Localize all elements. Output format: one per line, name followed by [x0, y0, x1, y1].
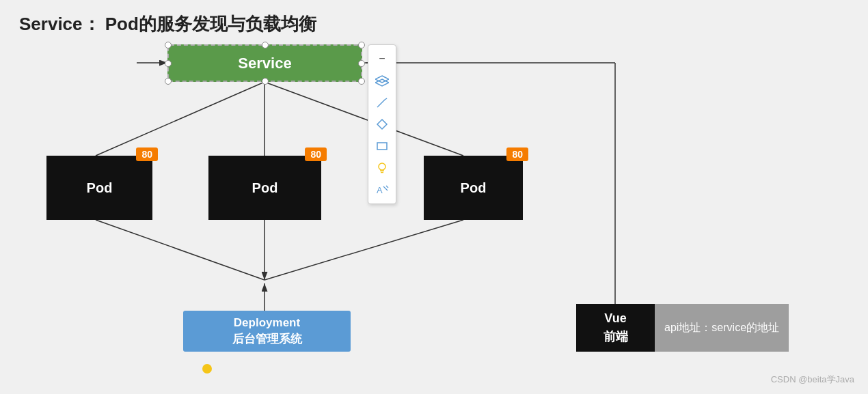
toolbar-text[interactable]: A: [370, 179, 394, 201]
pod-2: 80 Pod: [208, 156, 321, 220]
svg-line-16: [378, 100, 385, 107]
svg-line-18: [377, 107, 378, 107]
svg-line-17: [385, 98, 387, 100]
pod-3: 80 Pod: [424, 156, 523, 220]
cursor-dot: [202, 364, 212, 374]
pod-1-port: 80: [136, 147, 158, 161]
svg-point-21: [379, 163, 385, 170]
handle-bl[interactable]: [165, 78, 172, 85]
svg-line-0: [96, 82, 265, 156]
svg-rect-20: [377, 143, 387, 150]
svg-text:A: A: [377, 185, 383, 195]
toolbar-pen[interactable]: [370, 92, 394, 113]
handle-br[interactable]: [358, 78, 365, 85]
pod-3-label: Pod: [461, 180, 487, 196]
toolbar: − A: [368, 44, 396, 204]
pod-2-port: 80: [305, 147, 327, 161]
svg-line-3: [96, 220, 265, 280]
handle-tl[interactable]: [165, 42, 172, 48]
service-node[interactable]: Service: [167, 44, 362, 82]
deployment-line2: 后台管理系统: [190, 331, 344, 348]
svg-line-26: [386, 186, 388, 188]
pod-2-label: Pod: [252, 180, 278, 196]
svg-marker-19: [377, 119, 387, 129]
pod-3-port: 80: [506, 147, 528, 161]
toolbar-rect[interactable]: [370, 135, 394, 157]
toolbar-layers[interactable]: [370, 70, 394, 92]
watermark: CSDN @beita学Java: [771, 374, 854, 386]
svg-line-2: [265, 82, 463, 156]
toolbar-bulb[interactable]: [370, 157, 394, 179]
service-label: Service: [238, 55, 291, 72]
vue-line2: 前端: [603, 328, 628, 346]
toolbar-minus[interactable]: −: [370, 48, 394, 70]
page-title: Service： Pod的服务发现与负载均衡: [19, 12, 316, 36]
api-label: api地址：service的地址: [655, 304, 789, 352]
pod-1-label: Pod: [87, 180, 113, 196]
api-label-text: api地址：service的地址: [664, 321, 779, 335]
handle-ml[interactable]: [165, 60, 172, 67]
vue-line1: Vue: [604, 309, 626, 328]
vue-box: Vue 前端: [576, 304, 655, 352]
handle-tm[interactable]: [262, 42, 269, 48]
handle-bm[interactable]: [262, 78, 269, 85]
pod-1: 80 Pod: [46, 156, 152, 220]
toolbar-diamond[interactable]: [370, 113, 394, 135]
deployment-line1: Deployment: [190, 315, 344, 331]
handle-mr[interactable]: [358, 60, 365, 67]
deployment-box: Deployment 后台管理系统: [183, 311, 351, 352]
handle-tr[interactable]: [358, 42, 365, 48]
svg-line-5: [265, 220, 463, 280]
